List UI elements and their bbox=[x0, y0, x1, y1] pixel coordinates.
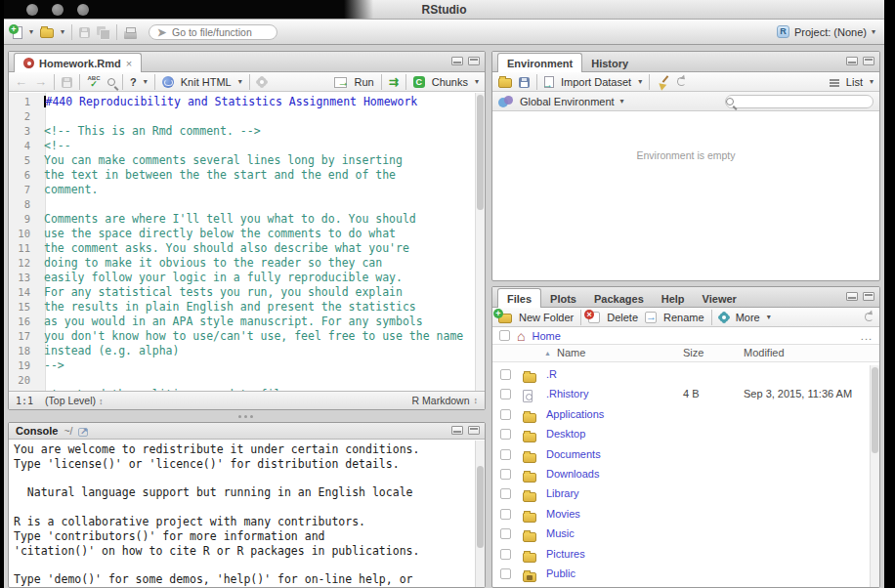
file-checkbox[interactable] bbox=[500, 449, 511, 460]
file-checkbox[interactable] bbox=[500, 469, 511, 480]
more-gear-icon[interactable] bbox=[719, 313, 729, 322]
code-line[interactable]: 10use the space directly below the comme… bbox=[9, 227, 475, 241]
spellcheck-icon[interactable]: ABC bbox=[87, 75, 101, 88]
maximize-pane-icon[interactable] bbox=[468, 57, 480, 65]
import-dataset-caret-icon[interactable]: ▾ bbox=[638, 78, 642, 86]
file-row[interactable]: Library bbox=[492, 484, 870, 504]
maximize-pane-icon[interactable] bbox=[468, 426, 480, 435]
save-document-icon[interactable] bbox=[62, 77, 72, 88]
file-checkbox[interactable] bbox=[500, 528, 511, 539]
sort-arrow-icon[interactable]: ▲ bbox=[544, 350, 551, 357]
tab-history[interactable]: History bbox=[582, 55, 637, 71]
goto-file-search[interactable]: ➤ bbox=[149, 24, 277, 40]
import-dataset-icon[interactable] bbox=[544, 76, 554, 88]
minimize-pane-icon[interactable] bbox=[846, 57, 858, 65]
goto-file-input[interactable] bbox=[172, 26, 272, 38]
zoom-window-button[interactable] bbox=[77, 4, 89, 16]
chunks-button[interactable]: Chunks bbox=[432, 76, 468, 88]
code-line[interactable]: 11the comment asks. You should also desc… bbox=[9, 241, 475, 256]
import-dataset-button[interactable]: Import Dataset bbox=[561, 76, 631, 88]
maximize-pane-icon[interactable] bbox=[863, 292, 874, 301]
file-name[interactable]: Desktop bbox=[546, 428, 585, 440]
editor-scrollbar[interactable] bbox=[475, 93, 485, 391]
open-file-caret-icon[interactable]: ▾ bbox=[61, 28, 64, 36]
code-line[interactable]: 20 bbox=[9, 373, 475, 388]
code-line[interactable]: 13easily follow your logic in a fully re… bbox=[9, 271, 475, 285]
editor-code[interactable]: 1#440 Reproducibility and Statistics Ass… bbox=[9, 93, 475, 391]
code-line[interactable]: 8 bbox=[9, 197, 475, 212]
knit-caret-icon[interactable]: ▾ bbox=[238, 78, 242, 86]
pane-splitter-grip[interactable] bbox=[238, 415, 253, 418]
list-view-icon[interactable] bbox=[830, 79, 839, 87]
refresh-files-icon[interactable] bbox=[865, 313, 874, 321]
column-header-size[interactable]: Size bbox=[683, 347, 703, 358]
minimize-pane-icon[interactable] bbox=[846, 292, 858, 301]
tab-files[interactable]: Files bbox=[497, 288, 541, 308]
file-row[interactable]: Desktop bbox=[492, 425, 870, 444]
project-menu[interactable]: R Project: (None) ▾ bbox=[777, 25, 875, 38]
close-tab-icon[interactable]: × bbox=[126, 58, 132, 69]
environment-scope-caret-icon[interactable]: ▾ bbox=[620, 98, 624, 105]
environment-scope-selector[interactable]: Global Environment bbox=[520, 96, 615, 107]
rename-button[interactable]: Rename bbox=[663, 312, 704, 323]
code-line[interactable]: 19--> bbox=[9, 358, 475, 373]
delete-button[interactable]: Delete bbox=[607, 312, 638, 323]
find-icon[interactable] bbox=[107, 78, 115, 86]
help-caret-icon[interactable]: ▾ bbox=[144, 78, 148, 86]
chunks-icon[interactable]: C bbox=[413, 76, 425, 88]
file-checkbox[interactable] bbox=[500, 409, 511, 420]
file-name[interactable]: Applications bbox=[546, 408, 604, 420]
new-folder-icon[interactable] bbox=[498, 314, 512, 323]
list-view-button[interactable]: List bbox=[846, 76, 863, 88]
files-scrollbar-thumb[interactable] bbox=[872, 367, 878, 453]
code-line[interactable]: 7comment. bbox=[9, 183, 475, 197]
console-scrollbar[interactable] bbox=[475, 441, 485, 587]
run-icon[interactable] bbox=[334, 77, 347, 88]
rename-icon[interactable] bbox=[645, 312, 657, 323]
file-row[interactable]: .R bbox=[492, 365, 870, 385]
more-button[interactable]: More bbox=[736, 312, 760, 323]
file-checkbox[interactable] bbox=[500, 389, 511, 399]
more-caret-icon[interactable]: ▾ bbox=[767, 314, 771, 321]
breadcrumb-ellipsis-button[interactable]: ... bbox=[861, 330, 873, 342]
minimize-pane-icon[interactable] bbox=[451, 57, 463, 65]
file-row[interactable]: .Rhistory4 BSep 3, 2015, 11:36 AM bbox=[492, 385, 870, 404]
file-name[interactable]: Public bbox=[546, 567, 575, 579]
file-row[interactable]: Downloads bbox=[492, 465, 870, 484]
forward-icon[interactable]: → bbox=[34, 75, 47, 88]
code-line[interactable]: 18instead (e.g. alpha) bbox=[9, 344, 475, 358]
tab-homework-rmd[interactable]: Homework.Rmd × bbox=[14, 53, 142, 72]
column-header-modified[interactable]: Modified bbox=[744, 347, 785, 358]
code-line[interactable]: 6the text in between the the start and t… bbox=[9, 168, 475, 183]
document-options-gear-icon[interactable] bbox=[257, 77, 267, 87]
file-row[interactable]: Pictures bbox=[492, 545, 870, 565]
minimize-pane-icon[interactable] bbox=[451, 426, 463, 435]
new-file-caret-icon[interactable]: ▾ bbox=[29, 28, 33, 36]
save-workspace-icon[interactable] bbox=[519, 77, 530, 88]
code-line[interactable]: 2 bbox=[9, 109, 475, 124]
console-output[interactable]: You are welcome to redistribute it under… bbox=[9, 441, 475, 587]
help-menu-button[interactable]: ? bbox=[130, 76, 137, 88]
load-workspace-icon[interactable] bbox=[498, 78, 512, 88]
code-line[interactable]: 12doing to make it obvious to the reader… bbox=[9, 256, 475, 271]
file-type-selector[interactable]: R Markdown ↕ bbox=[412, 395, 478, 406]
scope-selector[interactable]: (Top Level) ↕ bbox=[45, 395, 103, 406]
tab-plots[interactable]: Plots bbox=[541, 290, 585, 307]
close-window-button[interactable] bbox=[26, 4, 38, 16]
minimize-window-button[interactable] bbox=[52, 4, 64, 16]
file-name[interactable]: Music bbox=[546, 527, 575, 539]
file-checkbox[interactable] bbox=[500, 429, 511, 440]
file-checkbox[interactable] bbox=[500, 509, 511, 520]
file-row[interactable]: Applications bbox=[492, 405, 870, 425]
environment-search-box[interactable] bbox=[725, 95, 874, 108]
file-name[interactable]: Downloads bbox=[546, 468, 599, 480]
clear-workspace-broom-icon[interactable] bbox=[657, 75, 670, 89]
code-line[interactable]: 17you don't know how to use/can't use, f… bbox=[9, 329, 475, 344]
code-line[interactable]: 5You can make comments several lines lon… bbox=[9, 153, 475, 168]
maximize-pane-icon[interactable] bbox=[863, 57, 874, 65]
new-folder-button[interactable]: New Folder bbox=[519, 312, 574, 323]
file-row[interactable]: Movies bbox=[492, 505, 870, 525]
delete-icon[interactable] bbox=[588, 312, 600, 323]
code-line[interactable]: 4<!-- bbox=[9, 139, 475, 153]
file-name[interactable]: .Rhistory bbox=[546, 388, 588, 399]
